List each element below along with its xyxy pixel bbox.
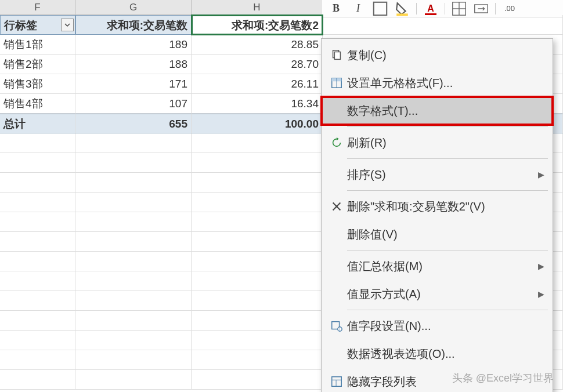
pivot-row-label-header[interactable]: 行标签	[0, 15, 75, 35]
format-cells-icon	[326, 77, 347, 89]
empty-cell[interactable]	[0, 133, 75, 153]
col-header-f[interactable]: F	[0, 0, 75, 14]
row-label[interactable]: 销售4部	[0, 94, 75, 114]
border-button[interactable]	[372, 2, 388, 16]
menu-refresh[interactable]: 刷新(R)	[322, 129, 553, 157]
row-label[interactable]: 销售2部	[0, 55, 75, 74]
total-value[interactable]: 655	[75, 114, 192, 133]
row-label[interactable]: 销售1部	[0, 35, 75, 55]
menu-separator	[347, 190, 548, 191]
empty-cell[interactable]	[323, 15, 563, 35]
empty-cell[interactable]	[0, 212, 75, 232]
menu-label: 隐藏字段列表	[347, 374, 544, 390]
submenu-arrow-icon: ▶	[538, 289, 544, 299]
empty-cell[interactable]	[192, 311, 323, 331]
menu-format-cells[interactable]: 设置单元格格式(F)...	[322, 69, 553, 97]
empty-cell[interactable]	[75, 350, 192, 370]
delete-icon	[326, 200, 347, 213]
svg-rect-16	[332, 377, 342, 387]
empty-cell[interactable]	[192, 252, 323, 271]
empty-cell[interactable]	[0, 350, 75, 370]
empty-cell[interactable]	[192, 291, 323, 311]
menu-label: 数字格式(T)...	[347, 103, 544, 119]
borders-button[interactable]	[451, 2, 467, 16]
submenu-arrow-icon: ▶	[538, 262, 544, 271]
menu-remove-values[interactable]: 删除值(V)	[322, 220, 553, 248]
pivot-col-g-header[interactable]: 求和项:交易笔数	[75, 15, 192, 35]
empty-cell[interactable]	[75, 153, 192, 173]
font-color-button[interactable]: A	[423, 2, 439, 16]
menu-label: 删除"求和项:交易笔数2"(V)	[347, 199, 544, 215]
empty-cell[interactable]	[0, 331, 75, 350]
col-header-g[interactable]: G	[75, 0, 192, 14]
cell-value[interactable]: 28.70	[192, 55, 323, 74]
menu-copy[interactable]: 复制(C)	[322, 41, 553, 69]
cell-value[interactable]: 28.85	[192, 35, 323, 55]
italic-button[interactable]: I	[350, 2, 366, 16]
decrease-decimal-button[interactable]: .00	[501, 2, 518, 16]
menu-label: 数据透视表选项(O)...	[347, 346, 544, 362]
empty-cell[interactable]	[0, 193, 75, 212]
col-header-h[interactable]: H	[192, 0, 323, 14]
copy-icon	[326, 49, 347, 61]
empty-cell[interactable]	[192, 350, 323, 370]
cell-value[interactable]: 26.11	[192, 74, 323, 94]
border-icon	[372, 1, 388, 17]
empty-cell[interactable]	[0, 311, 75, 331]
empty-cell[interactable]	[192, 153, 323, 173]
menu-sort[interactable]: 排序(S) ▶	[322, 161, 553, 188]
empty-cell[interactable]	[75, 311, 192, 331]
menu-hide-field-list[interactable]: 隐藏字段列表	[322, 368, 553, 392]
empty-cell[interactable]	[0, 252, 75, 271]
empty-cell[interactable]	[192, 212, 323, 232]
empty-cell[interactable]	[75, 193, 192, 212]
cell-value[interactable]: 107	[75, 94, 192, 114]
menu-value-field-settings[interactable]: i 值字段设置(N)...	[322, 312, 553, 340]
empty-cell[interactable]	[75, 232, 192, 252]
empty-cell[interactable]	[192, 331, 323, 350]
empty-cell[interactable]	[0, 153, 75, 173]
cell-value[interactable]: 189	[75, 35, 192, 55]
empty-cell[interactable]	[0, 173, 75, 193]
menu-label: 复制(C)	[347, 48, 544, 63]
empty-cell[interactable]	[75, 133, 192, 153]
empty-cell[interactable]	[0, 291, 75, 311]
empty-cell[interactable]	[192, 271, 323, 291]
menu-remove-field[interactable]: 删除"求和项:交易笔数2"(V)	[322, 193, 553, 220]
bold-button[interactable]: B	[328, 2, 344, 16]
empty-cell[interactable]	[192, 133, 323, 153]
cell-value[interactable]: 171	[75, 74, 192, 94]
pivot-header-row: 行标签 求和项:交易笔数 求和项:交易笔数2	[0, 15, 563, 35]
merge-button[interactable]	[473, 2, 489, 16]
menu-number-format[interactable]: 数字格式(T)...	[322, 97, 553, 125]
pivot-row-label-text: 行标签	[4, 19, 37, 31]
empty-cell[interactable]	[0, 232, 75, 252]
refresh-icon	[326, 136, 347, 149]
empty-cell[interactable]	[0, 370, 75, 390]
total-label[interactable]: 总计	[0, 114, 75, 133]
empty-cell[interactable]	[192, 173, 323, 193]
menu-summarize-by[interactable]: 值汇总依据(M) ▶	[322, 252, 553, 280]
cell-value[interactable]: 16.34	[192, 94, 323, 114]
empty-cell[interactable]	[75, 271, 192, 291]
empty-cell[interactable]	[75, 291, 192, 311]
fill-color-button[interactable]	[394, 2, 410, 16]
empty-cell[interactable]	[192, 193, 323, 212]
menu-label: 删除值(V)	[347, 227, 544, 242]
total-value[interactable]: 100.00	[192, 114, 323, 133]
pivot-col-h-header[interactable]: 求和项:交易笔数2	[192, 15, 323, 35]
empty-cell[interactable]	[75, 212, 192, 232]
empty-cell[interactable]	[75, 370, 192, 390]
empty-cell[interactable]	[0, 271, 75, 291]
empty-cell[interactable]	[75, 173, 192, 193]
menu-pivot-options[interactable]: 数据透视表选项(O)...	[322, 340, 553, 368]
empty-cell[interactable]	[192, 232, 323, 252]
row-label[interactable]: 销售3部	[0, 74, 75, 94]
empty-cell[interactable]	[192, 370, 323, 390]
merge-icon	[473, 1, 489, 17]
menu-show-as[interactable]: 值显示方式(A) ▶	[322, 280, 553, 308]
empty-cell[interactable]	[75, 252, 192, 271]
empty-cell[interactable]	[75, 331, 192, 350]
filter-dropdown-button[interactable]	[61, 19, 74, 31]
cell-value[interactable]: 188	[75, 55, 192, 74]
